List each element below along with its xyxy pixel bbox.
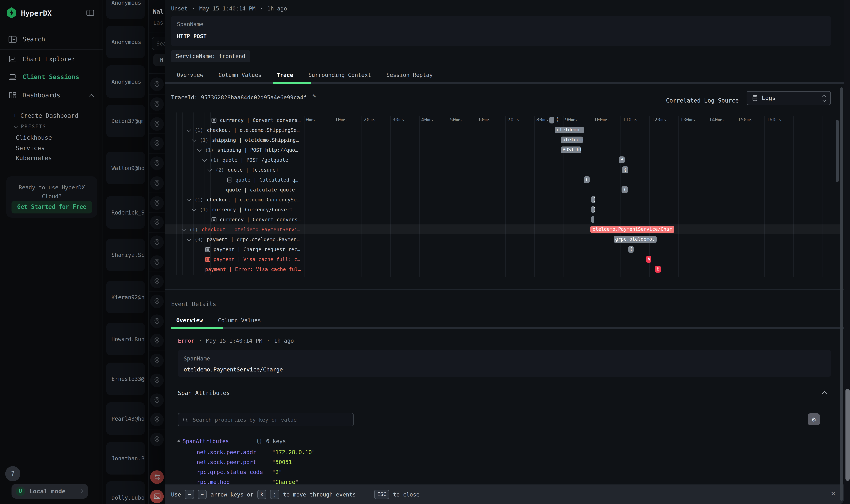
location-pin-icon[interactable] <box>150 433 164 446</box>
tab-trace[interactable]: Trace <box>271 69 299 82</box>
trace-row[interactable]: payment | Visa cache full: c…V <box>165 254 842 264</box>
trace-row[interactable]: currency | Convert convers…( <box>165 115 842 125</box>
trace-row[interactable]: payment | Charge request rec…( <box>165 244 842 254</box>
session-list-item[interactable]: Howard.Run <box>106 323 145 355</box>
tab-overview[interactable]: Overview <box>171 69 209 82</box>
attributes-root-row[interactable]: SpanAttributes {} 6 keys <box>178 436 286 446</box>
help-button[interactable]: ? <box>5 466 20 481</box>
session-list-item[interactable]: Anonymous <box>106 25 145 58</box>
span-duration-bar[interactable]: ( <box>591 206 595 213</box>
location-pin-icon[interactable] <box>150 393 164 407</box>
span-duration-bar[interactable]: P <box>619 156 625 163</box>
network-error-event-icon[interactable] <box>150 470 164 484</box>
location-pin-icon[interactable] <box>150 196 164 210</box>
trace-row[interactable]: (2)quote | {closure}{ <box>165 165 842 175</box>
span-duration-bar[interactable]: E <box>655 266 661 273</box>
chevron-down-icon[interactable] <box>186 127 191 132</box>
location-pin-icon[interactable] <box>150 176 164 190</box>
trace-row[interactable]: (1)quote | POST /getquoteP <box>165 155 842 165</box>
tab-surrounding-context[interactable]: Surrounding Context <box>303 69 377 82</box>
location-pin-icon[interactable] <box>150 294 164 308</box>
console-error-event-icon[interactable] <box>150 490 164 503</box>
session-list-item[interactable]: Dolly.Lubo <box>106 481 145 504</box>
gear-icon[interactable]: ⚙ <box>808 413 820 425</box>
chevron-down-icon[interactable] <box>192 207 196 211</box>
session-list-item[interactable]: Walton9@ho <box>106 152 145 184</box>
collapse-section-icon[interactable] <box>821 391 828 397</box>
preset-kubernetes[interactable]: Kubernetes <box>16 154 52 162</box>
span-duration-bar[interactable]: ( <box>584 176 590 183</box>
span-duration-bar[interactable]: { <box>622 166 628 173</box>
location-pin-icon[interactable] <box>150 275 164 288</box>
sidebar-item-chart-explorer[interactable]: Chart Explorer <box>0 51 103 67</box>
span-duration-bar[interactable]: grpc.oteldemo. <box>614 236 656 243</box>
tab-column-values[interactable]: Column Values <box>213 69 267 82</box>
span-duration-bar[interactable]: POST ht <box>561 146 581 154</box>
location-pin-icon[interactable] <box>150 255 164 269</box>
close-icon[interactable]: × <box>831 490 835 498</box>
attributes-search-input[interactable] <box>192 416 349 423</box>
sidebar-collapse-icon[interactable] <box>86 10 94 16</box>
session-list-item[interactable]: Anonymous <box>106 66 145 98</box>
session-search-input[interactable]: Sea <box>152 37 165 50</box>
span-duration-bar[interactable]: ( <box>591 196 596 203</box>
attribute-value[interactable]: "2" <box>272 469 282 475</box>
preset-clickhouse[interactable]: Clickhouse <box>16 134 52 141</box>
session-list-item[interactable]: Roderick_S <box>106 196 145 229</box>
attribute-key[interactable]: rpc.method <box>197 479 230 485</box>
location-pin-icon[interactable] <box>150 117 164 131</box>
span-duration-bar[interactable] <box>549 116 555 124</box>
span-duration-bar[interactable] <box>591 216 594 223</box>
service-name-chip[interactable]: ServiceName: frontend <box>171 50 250 62</box>
chevron-down-icon[interactable] <box>197 147 201 151</box>
location-pin-icon[interactable] <box>150 334 164 347</box>
chevron-down-icon[interactable] <box>207 167 212 172</box>
preset-services[interactable]: Services <box>16 144 44 151</box>
event-tab-overview[interactable]: Overview <box>171 314 208 326</box>
session-list-item[interactable]: Anonymous <box>106 0 145 19</box>
span-duration-bar[interactable]: ( <box>622 186 628 193</box>
location-pin-icon[interactable] <box>150 235 164 249</box>
session-list-item[interactable]: Pearl43@ho <box>106 402 145 435</box>
attribute-value[interactable]: "50051" <box>272 458 295 465</box>
attribute-value[interactable]: "172.28.0.10" <box>272 449 315 455</box>
chevron-down-icon[interactable] <box>186 197 191 201</box>
chevron-down-icon[interactable] <box>202 157 207 161</box>
location-pin-icon[interactable] <box>150 97 164 111</box>
session-list-item[interactable]: Shaniya.Sc <box>106 238 145 271</box>
trace-row[interactable]: (1)currency | Currency/Convert( <box>165 204 842 215</box>
trace-row[interactable]: (1)shipping | POST http://quo…POST ht <box>165 145 842 155</box>
panel-scrollbar-thumb[interactable] <box>840 87 843 501</box>
account-menu[interactable]: U Local mode <box>12 484 88 499</box>
session-list-item[interactable]: Ernesto33@ <box>106 363 145 395</box>
trace-row[interactable]: currency | Convert convers… <box>165 215 842 224</box>
attribute-key[interactable]: net.sock.peer.port <box>197 458 256 465</box>
sidebar-item-search[interactable]: Search <box>0 31 103 47</box>
span-duration-bar[interactable]: oteldemo.PaymentService/Char <box>590 226 674 233</box>
sidebar-item-client-sessions[interactable]: Client Sessions <box>0 69 103 85</box>
span-duration-bar[interactable]: oteldemo. <box>555 126 584 133</box>
location-pin-icon[interactable] <box>150 78 164 91</box>
create-dashboard-button[interactable]: + Create Dashboard <box>13 112 78 119</box>
page-scrollbar-thumb[interactable] <box>846 389 850 481</box>
trace-row[interactable]: (1)checkout | oteldemo.CurrencySe…( <box>165 195 842 204</box>
log-source-select[interactable]: Logs <box>746 91 831 105</box>
location-pin-icon[interactable] <box>150 354 164 367</box>
location-pin-icon[interactable] <box>150 216 164 229</box>
session-list-item[interactable]: Jonathan.B <box>106 442 145 474</box>
presets-toggle[interactable]: PRESETS <box>14 124 46 129</box>
trace-row[interactable]: quote | calculate-quote( <box>165 185 842 195</box>
highlighted-tab[interactable]: H <box>153 54 165 66</box>
edit-trace-icon[interactable]: ✎ <box>312 92 316 100</box>
location-pin-icon[interactable] <box>150 413 164 427</box>
session-list-item[interactable]: Deion37@gm <box>106 105 145 137</box>
attribute-key[interactable]: rpc.grpc.status_code <box>197 469 263 475</box>
trace-row[interactable]: (1)checkout | oteldemo.PaymentServi…otel… <box>165 224 842 234</box>
chevron-down-icon[interactable] <box>181 227 186 231</box>
waterfall-scrollbar-thumb[interactable] <box>836 120 839 182</box>
event-tab-column-values[interactable]: Column Values <box>213 314 266 326</box>
attribute-value[interactable]: "Charge" <box>272 479 299 485</box>
location-pin-icon[interactable] <box>150 157 164 170</box>
trace-row[interactable]: quote | Calculated q…( <box>165 175 842 185</box>
session-list-item[interactable]: Kieran92@h <box>106 281 145 313</box>
